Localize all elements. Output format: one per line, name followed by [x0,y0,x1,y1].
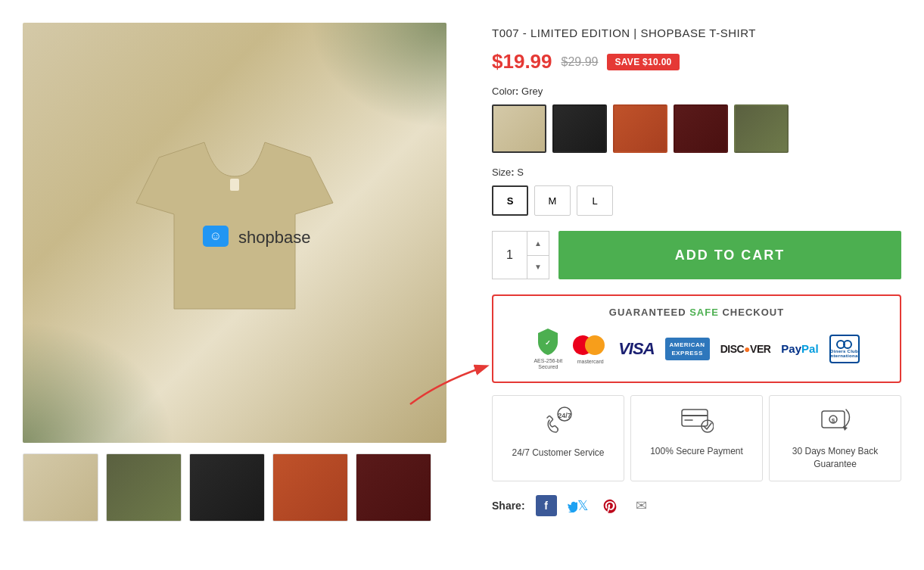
diners-circles [836,340,852,349]
aes-label: AES-256-bitSecured [534,358,562,371]
thumbnail-4[interactable] [272,453,348,522]
share-label: Share: [492,500,525,512]
main-product-image: ☺ shopbase [23,23,446,443]
trust-badge-secure-payment: 100% Secure Payment [630,395,763,482]
size-btn-l[interactable]: L [577,185,613,216]
color-label: Color: Grey [492,86,901,97]
secure-payment-icon [680,406,714,439]
page-container: ☺ shopbase T007 - LIMITED EDITION | SHOP… [0,0,924,537]
svg-text:24/7: 24/7 [558,412,571,419]
size-btn-m[interactable]: M [534,185,571,216]
qty-cart-row: 1 ▲ ▼ ADD TO CART [492,231,901,279]
thumbnail-row [23,453,462,522]
right-column: T007 - LIMITED EDITION | SHOPBASE T-SHIR… [492,23,901,522]
trust-badge-customer-service: 24/7 24/7 Customer Service [492,395,624,482]
twitter-share-button[interactable]: 𝕏 [568,495,589,516]
phone-icon-svg: 24/7 [543,406,574,435]
quantity-value: 1 [493,232,527,279]
quantity-decrement[interactable]: ▼ [527,256,549,279]
checkout-title-suffix: CHECKOUT [719,307,784,318]
thumbnail-5[interactable] [356,453,431,522]
diners-badge: Diners ClubInternational [829,335,860,363]
thumbnail-2[interactable] [106,453,182,522]
email-share-button[interactable]: ✉ [631,495,652,516]
product-title: T007 - LIMITED EDITION | SHOPBASE T-SHIR… [492,26,901,39]
svg-text:shopbase: shopbase [238,228,310,247]
paypal-text: PayPal [781,342,818,355]
money-back-icon-svg: $ [819,406,852,434]
add-to-cart-button[interactable]: ADD TO CART [558,231,901,279]
tshirt-svg: ☺ shopbase [114,120,356,347]
quantity-control: 1 ▲ ▼ [492,231,549,279]
visa-icon: VISA [618,339,654,359]
color-swatch-rust[interactable] [613,104,667,153]
amex-icon: AMERICANEXPRESS [665,338,710,360]
mastercard-circles [573,334,608,357]
secure-payment-text: 100% Secure Payment [650,445,743,458]
price-original: $29.99 [562,55,599,69]
diners-icon: Diners ClubInternational [829,335,860,363]
facebook-share-button[interactable]: f [536,495,557,516]
pinterest-share-button[interactable] [599,495,621,516]
mastercard-icon: mastercard [573,334,608,364]
checkout-box: GUARANTEED SAFE CHECKOUT ✓ AES-256-bitSe… [492,294,901,383]
diners-text: Diners ClubInternational [829,349,860,358]
checkout-safe-word: SAFE [689,307,719,318]
twitter-icon-svg [568,499,577,512]
fern-decoration-top [310,23,446,129]
svg-text:☺: ☺ [210,229,222,242]
checkout-title: GUARANTEED SAFE CHECKOUT [506,307,888,318]
diners-right-circle [843,340,852,349]
visa-text: VISA [618,339,654,359]
payment-icons: ✓ AES-256-bitSecured mastercard VISA [506,327,888,371]
share-row: Share: f 𝕏 ✉ [492,495,901,516]
price-row: $19.99 $29.99 SAVE $10.00 [492,50,901,73]
svg-text:$: $ [831,417,835,424]
svg-text:✓: ✓ [545,339,551,347]
size-btn-s[interactable]: S [492,185,528,216]
amex-badge: AMERICANEXPRESS [665,338,710,360]
shield-svg: ✓ [535,327,561,356]
checkout-title-prefix: GUARANTEED [609,307,689,318]
thumbnail-3[interactable] [189,453,265,522]
quantity-increment[interactable]: ▲ [527,232,549,256]
discover-text: DISC●VER [720,343,771,355]
money-back-text: 30 Days Money Back Guarantee [777,445,893,471]
color-swatch-grey[interactable] [492,104,546,153]
price-current: $19.99 [492,50,552,73]
color-swatches [492,104,901,153]
trust-badges: 24/7 24/7 Customer Service 100% [492,395,901,482]
paypal-icon: PayPal [781,342,818,355]
save-badge: SAVE $10.00 [607,54,679,70]
color-swatch-olive[interactable] [734,104,789,153]
thumbnail-1[interactable] [23,453,98,522]
discover-icon: DISC●VER [720,343,771,355]
left-column: ☺ shopbase [23,23,462,522]
customer-service-icon: 24/7 [543,406,574,441]
aes-icon: ✓ AES-256-bitSecured [534,327,562,371]
mc-orange-circle [585,335,605,355]
svg-rect-8 [682,410,708,426]
color-swatch-black[interactable] [552,104,607,153]
money-back-icon: $ [819,406,852,439]
size-label: Size: S [492,167,901,178]
mastercard-label: mastercard [577,359,604,364]
color-swatch-maroon[interactable] [674,104,728,153]
size-buttons: S M L [492,185,901,216]
card-check-icon-svg [680,406,714,434]
pinterest-icon-svg [602,498,618,513]
svg-rect-3 [230,179,239,191]
quantity-arrows: ▲ ▼ [527,232,549,279]
customer-service-text: 24/7 Customer Service [512,447,604,459]
trust-badge-money-back: $ 30 Days Money Back Guarantee [769,395,901,482]
